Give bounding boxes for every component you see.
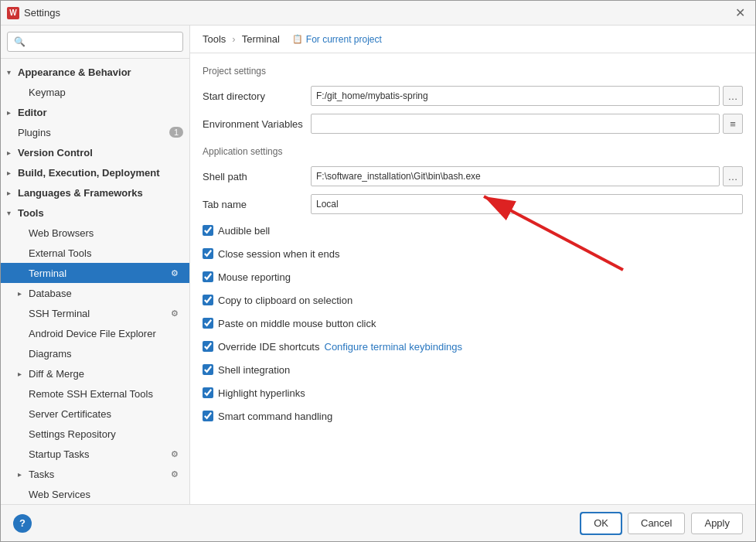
checkbox-override-ide[interactable] <box>203 341 213 352</box>
shell-path-input-wrap: … <box>311 166 743 186</box>
close-button[interactable]: ✕ <box>730 4 749 22</box>
checkbox-row-shell-integration: Shell integration <box>203 361 743 378</box>
expand-icon <box>7 148 18 157</box>
project-settings-label: Project settings <box>203 66 743 77</box>
main-header: Tools › Terminal For current project <box>190 26 755 53</box>
sidebar-item-startup-tasks[interactable]: Startup Tasks ⚙ <box>1 444 189 464</box>
shell-path-input[interactable] <box>311 166 720 186</box>
shell-path-label: Shell path <box>203 171 311 182</box>
sidebar-item-web-services[interactable]: Web Services <box>1 484 189 504</box>
for-current-project-link[interactable]: For current project <box>292 34 382 45</box>
start-directory-input[interactable] <box>311 86 720 106</box>
help-button[interactable]: ? <box>13 514 32 533</box>
settings-icon: ⚙ <box>169 308 180 319</box>
expand-icon <box>7 189 18 197</box>
sidebar-item-server-certs[interactable]: Server Certificates <box>1 404 189 424</box>
expand-icon <box>7 209 18 217</box>
checkbox-close-session[interactable] <box>203 248 213 259</box>
settings-window: W Settings ✕ Appearance & Behavior Keyma… <box>0 0 756 542</box>
env-vars-row: Environment Variables ≡ <box>203 114 743 134</box>
checkbox-audible-bell[interactable] <box>203 225 213 236</box>
checkbox-highlight-hyperlinks[interactable] <box>203 387 213 398</box>
tab-name-input-wrap <box>311 194 743 214</box>
checkbox-label-override-ide: Override IDE shortcuts <box>218 341 320 353</box>
checkbox-row-override-ide: Override IDE shortcutsConfigure terminal… <box>203 338 743 355</box>
sidebar-item-diff-merge[interactable]: Diff & Merge <box>1 363 189 383</box>
tab-name-input[interactable] <box>311 194 743 214</box>
cancel-button[interactable]: Cancel <box>628 513 685 534</box>
sidebar-item-settings-repo[interactable]: Settings Repository <box>1 424 189 444</box>
env-vars-input-wrap: ≡ <box>311 114 743 134</box>
search-box <box>1 26 189 59</box>
sidebar-item-keymap[interactable]: Keymap <box>1 82 189 102</box>
expand-icon <box>18 289 29 298</box>
checkbox-label-highlight-hyperlinks: Highlight hyperlinks <box>218 387 305 399</box>
expand-icon <box>7 169 18 177</box>
bottom-bar: ? OK Cancel Apply <box>1 504 755 541</box>
checkbox-label-audible-bell: Audible bell <box>218 225 270 237</box>
checkbox-label-mouse-reporting: Mouse reporting <box>218 271 291 283</box>
checkbox-row-copy-clipboard: Copy to clipboard on selection <box>203 291 743 308</box>
checkbox-smart-command[interactable] <box>203 411 213 421</box>
breadcrumb-tools: Tools <box>203 33 226 45</box>
env-vars-edit-button[interactable]: ≡ <box>723 114 743 134</box>
checkboxes-container: Audible bellClose session when it endsMo… <box>203 222 743 424</box>
breadcrumb-separator: › <box>232 33 235 45</box>
sidebar-item-ssh-terminal[interactable]: SSH Terminal ⚙ <box>1 303 189 323</box>
breadcrumb-terminal: Terminal <box>242 33 280 45</box>
shell-path-row: Shell path … <box>203 166 743 186</box>
sidebar-item-diagrams[interactable]: Diagrams <box>1 343 189 363</box>
checkbox-label-paste-middle: Paste on middle mouse button click <box>218 318 376 329</box>
sidebar-item-editor[interactable]: Editor <box>1 102 189 122</box>
search-input[interactable] <box>7 32 183 52</box>
sidebar-item-appearance[interactable]: Appearance & Behavior <box>1 62 189 82</box>
expand-icon <box>18 370 29 378</box>
sidebar-item-web-browsers[interactable]: Web Browsers <box>1 223 189 243</box>
sidebar-item-android[interactable]: Android Device File Explorer <box>1 323 189 343</box>
shell-path-browse-button[interactable]: … <box>723 166 743 186</box>
checkbox-label-close-session: Close session when it ends <box>218 248 340 260</box>
checkbox-row-audible-bell: Audible bell <box>203 222 743 239</box>
window-title: Settings <box>24 7 60 19</box>
checkbox-row-mouse-reporting: Mouse reporting <box>203 268 743 285</box>
app-settings-label: Application settings <box>203 146 743 157</box>
start-directory-label: Start directory <box>203 90 311 102</box>
apply-button[interactable]: Apply <box>691 513 743 534</box>
settings-icon3: ⚙ <box>169 469 180 479</box>
plugins-badge: 1 <box>169 127 183 138</box>
checkbox-paste-middle[interactable] <box>203 318 213 329</box>
checkbox-label-smart-command: Smart command handling <box>218 411 332 422</box>
configure-keybindings-link[interactable]: Configure terminal keybindings <box>325 341 462 353</box>
sidebar-item-version-control[interactable]: Version Control <box>1 142 189 162</box>
start-directory-browse-button[interactable]: … <box>723 86 743 106</box>
sidebar-item-external-tools[interactable]: External Tools <box>1 243 189 263</box>
checkbox-row-smart-command: Smart command handling <box>203 407 743 424</box>
ok-button[interactable]: OK <box>581 513 621 534</box>
tab-name-label: Tab name <box>203 199 311 210</box>
expand-icon <box>18 470 29 479</box>
sidebar-item-tasks[interactable]: Tasks ⚙ <box>1 464 189 484</box>
env-vars-input[interactable] <box>311 114 720 134</box>
titlebar-left: W Settings <box>7 7 60 19</box>
main-content-area: Appearance & Behavior Keymap Editor Plug… <box>1 26 755 504</box>
sidebar-item-tools[interactable]: Tools <box>1 203 189 223</box>
sidebar-item-remote-ssh[interactable]: Remote SSH External Tools <box>1 383 189 404</box>
settings-content: Project settings Start directory … Envir… <box>190 53 755 504</box>
checkbox-copy-clipboard[interactable] <box>203 295 213 305</box>
sidebar-item-terminal[interactable]: Terminal ⚙ <box>1 263 189 283</box>
checkbox-shell-integration[interactable] <box>203 364 213 375</box>
sidebar-item-build[interactable]: Build, Execution, Deployment <box>1 162 189 182</box>
sidebar: Appearance & Behavior Keymap Editor Plug… <box>1 26 190 504</box>
checkbox-row-highlight-hyperlinks: Highlight hyperlinks <box>203 384 743 401</box>
app-icon: W <box>7 7 19 19</box>
checkbox-row-close-session: Close session when it ends <box>203 245 743 262</box>
sidebar-item-languages[interactable]: Languages & Frameworks <box>1 182 189 203</box>
tab-name-row: Tab name <box>203 194 743 214</box>
main-panel: Tools › Terminal For current project Pro… <box>190 26 755 504</box>
sidebar-item-plugins[interactable]: Plugins 1 <box>1 122 189 142</box>
checkbox-mouse-reporting[interactable] <box>203 271 213 282</box>
sidebar-tree: Appearance & Behavior Keymap Editor Plug… <box>1 59 189 504</box>
sidebar-item-database[interactable]: Database <box>1 283 189 303</box>
env-vars-label: Environment Variables <box>203 118 311 130</box>
terminal-icon: ⚙ <box>169 268 180 278</box>
